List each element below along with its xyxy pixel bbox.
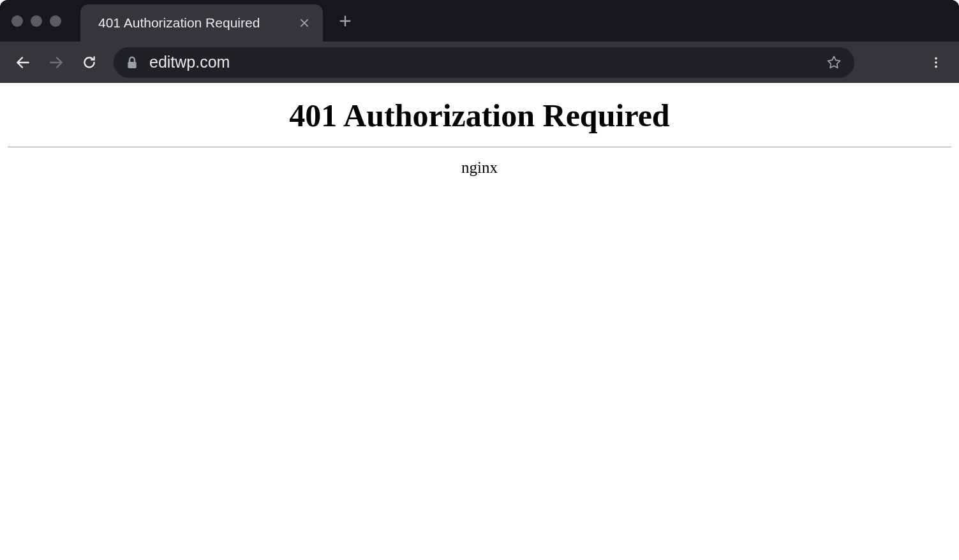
arrow-right-icon	[48, 54, 64, 71]
browser-chrome: 401 Authorization Required	[0, 0, 959, 83]
browser-menu-button[interactable]	[922, 48, 950, 77]
new-tab-button[interactable]	[338, 14, 352, 28]
reload-icon	[81, 54, 98, 71]
address-bar[interactable]: editwp.com	[114, 47, 854, 78]
plus-icon	[338, 14, 352, 28]
window-close-button[interactable]	[11, 15, 23, 27]
star-icon	[826, 55, 842, 70]
page-content: 401 Authorization Required nginx	[0, 83, 959, 186]
window-controls	[11, 15, 61, 27]
forward-button[interactable]	[42, 48, 70, 77]
svg-point-3	[935, 65, 937, 68]
tab-bar: 401 Authorization Required	[0, 0, 959, 41]
svg-rect-0	[128, 61, 136, 68]
lock-icon	[126, 56, 138, 69]
tab-title: 401 Authorization Required	[98, 15, 286, 31]
browser-toolbar: editwp.com	[0, 41, 959, 83]
server-name: nginx	[8, 159, 951, 177]
back-button[interactable]	[9, 48, 37, 77]
window-minimize-button[interactable]	[31, 15, 42, 27]
kebab-menu-icon	[929, 55, 943, 70]
window-maximize-button[interactable]	[50, 15, 61, 27]
close-tab-button[interactable]	[299, 17, 310, 29]
reload-button[interactable]	[75, 48, 103, 77]
close-icon	[299, 17, 310, 29]
svg-point-1	[935, 57, 937, 59]
arrow-left-icon	[15, 54, 31, 71]
browser-tab[interactable]: 401 Authorization Required	[80, 4, 323, 41]
url-text: editwp.com	[149, 53, 826, 71]
divider	[8, 147, 951, 147]
svg-point-2	[935, 61, 937, 64]
error-heading: 401 Authorization Required	[8, 97, 951, 134]
bookmark-button[interactable]	[826, 55, 842, 70]
